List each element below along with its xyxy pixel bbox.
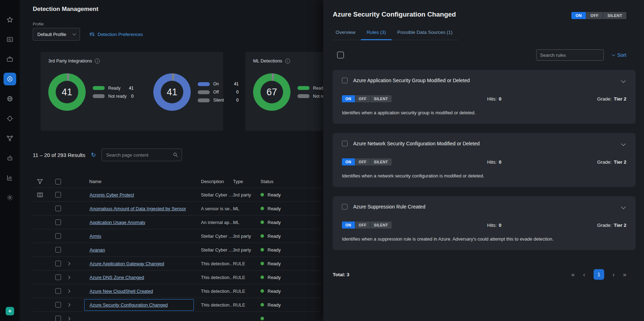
toggle-off[interactable]: OFF [355, 95, 370, 102]
rules-search-input[interactable] [536, 49, 604, 61]
detection-link[interactable]: Application Usage Anomaly [90, 220, 145, 225]
sidebar-item-detections[interactable] [4, 73, 16, 85]
columns-icon[interactable] [37, 192, 43, 198]
detection-link[interactable]: Azure DNS Zone Changed [90, 275, 144, 280]
table-row[interactable]: Acronis Cyber Protect Stellar Cyber … 3r… [33, 188, 322, 202]
row-checkbox[interactable] [55, 219, 61, 225]
chevron-down-icon[interactable] [621, 78, 626, 83]
rule-state-toggle[interactable]: ON OFF SILENT [342, 158, 392, 165]
sidebar-item-cases[interactable] [4, 33, 16, 46]
toggle-on[interactable]: ON [342, 222, 355, 229]
toggle-silent[interactable]: SILENT [370, 222, 392, 229]
row-checkbox[interactable] [55, 247, 61, 253]
refresh-icon[interactable]: ↻ [91, 152, 96, 158]
toggle-silent[interactable]: SILENT [370, 158, 392, 165]
sidebar-item-automation[interactable] [4, 152, 16, 164]
sidebar-item-assets[interactable] [4, 53, 16, 66]
toggle-silent[interactable]: SILENT [603, 12, 626, 19]
toggle-silent[interactable]: SILENT [370, 95, 392, 102]
table-row[interactable]: Azure Application Gateway Changed This d… [33, 257, 322, 271]
detection-link[interactable]: Azure Application Gateway Changed [90, 261, 164, 266]
sidebar-item-connectors[interactable] [4, 132, 16, 145]
sort-button[interactable]: Sort [612, 52, 626, 58]
detection-link[interactable]: Acronis Cyber Protect [90, 192, 134, 198]
expand-chevron-icon[interactable] [67, 317, 70, 320]
page-next-button[interactable]: › [613, 272, 615, 278]
filter-icon[interactable] [37, 178, 43, 185]
rule-checkbox[interactable] [342, 141, 348, 146]
toggle-on[interactable]: ON [342, 95, 355, 102]
detection-state-toggle[interactable]: ON OFF SILENT [571, 12, 626, 19]
sidebar-item-favorites[interactable] [4, 13, 16, 26]
chevron-down-icon[interactable] [621, 141, 626, 146]
toggle-off[interactable]: OFF [586, 12, 603, 19]
tab-rules[interactable]: Rules (3) [361, 30, 392, 40]
rule-checkbox[interactable] [342, 78, 348, 83]
rule-description: Identifies when a network security confi… [342, 173, 626, 178]
table-row[interactable]: Armis Stellar Cyber … 3rd party Ready [33, 229, 322, 243]
header-description[interactable]: Description [201, 179, 233, 184]
table-row-selected[interactable]: Azure Security Configuration Changed Thi… [33, 298, 322, 312]
toggle-off[interactable]: OFF [355, 222, 370, 229]
row-checkbox[interactable] [55, 192, 61, 198]
info-icon[interactable] [285, 59, 290, 63]
row-checkbox[interactable] [55, 261, 61, 266]
header-status[interactable]: Status [260, 179, 310, 184]
info-icon[interactable] [95, 59, 100, 63]
sidebar-item-settings[interactable] [4, 191, 16, 204]
table-row[interactable] [33, 312, 322, 321]
detection-link[interactable]: Azure Security Configuration Changed [90, 302, 168, 308]
expand-chevron-icon[interactable] [67, 303, 70, 307]
add-button[interactable]: + [6, 307, 14, 315]
chevron-down-icon[interactable] [621, 205, 626, 209]
sidebar-item-hunting[interactable] [4, 112, 16, 125]
rule-checkbox[interactable] [342, 204, 348, 210]
page-last-button[interactable]: » [623, 272, 626, 278]
toggle-on[interactable]: ON [571, 12, 586, 19]
detection-link[interactable]: Armis [90, 234, 101, 239]
rule-hits: Hits:0 [487, 96, 502, 102]
row-checkbox[interactable] [55, 233, 61, 239]
profile-select[interactable]: Default Profile [33, 28, 80, 41]
table-row[interactable]: Azure New CloudShell Created This detect… [33, 284, 322, 298]
table-row[interactable]: Anomalous Amount of Data Ingested by Sen… [33, 202, 322, 216]
rule-state-toggle[interactable]: ON OFF SILENT [342, 95, 392, 102]
select-all-checkbox[interactable] [55, 179, 61, 184]
page-number-button[interactable]: 1 [594, 269, 604, 280]
page-prev-button[interactable]: ‹ [583, 272, 585, 278]
detection-preferences-link[interactable]: Detection Preferences [89, 31, 143, 37]
page-search-input[interactable] [102, 149, 182, 161]
tab-data-sources[interactable]: Possible Data Sources (1) [392, 30, 458, 40]
status-dot [260, 262, 264, 265]
sidebar-item-reports[interactable] [4, 171, 16, 184]
expand-chevron-icon[interactable] [67, 262, 70, 265]
row-checkbox[interactable] [55, 302, 61, 308]
row-checkbox[interactable] [55, 206, 61, 211]
tab-overview[interactable]: Overview [333, 30, 361, 40]
row-type: 3rd party [233, 234, 260, 239]
detection-link[interactable]: Azure New CloudShell Created [90, 289, 153, 294]
rule-card: Azure Suppression Rule Created ON OFF SI… [333, 196, 636, 250]
row-description: An internal ap… [201, 220, 233, 225]
globe-icon [6, 95, 13, 102]
row-checkbox[interactable] [55, 274, 61, 280]
select-all-rules-checkbox[interactable] [337, 52, 344, 59]
page-first-button[interactable]: « [571, 272, 575, 278]
rule-description: Identifies when a application security g… [342, 110, 626, 115]
expand-chevron-icon[interactable] [67, 275, 70, 279]
detection-link[interactable]: Avanan [90, 247, 105, 253]
expand-chevron-icon[interactable] [67, 289, 70, 293]
table-row[interactable]: Azure DNS Zone Changed This detection… R… [33, 271, 322, 284]
row-checkbox[interactable] [55, 288, 61, 294]
detection-link[interactable]: Anomalous Amount of Data Ingested by Sen… [90, 206, 186, 211]
table-row[interactable]: Application Usage Anomaly An internal ap… [33, 216, 322, 229]
rule-state-toggle[interactable]: ON OFF SILENT [342, 222, 392, 229]
toggle-on[interactable]: ON [342, 158, 355, 165]
table-row[interactable]: Avanan Stellar Cyber … 3rd party Ready [33, 243, 322, 257]
header-type[interactable]: Type [233, 179, 260, 184]
search-icon[interactable] [172, 152, 178, 158]
header-name[interactable]: Name [89, 179, 201, 184]
toggle-off[interactable]: OFF [355, 158, 370, 165]
sidebar-item-threat-intel[interactable] [4, 92, 16, 105]
row-checkbox[interactable] [55, 316, 61, 321]
